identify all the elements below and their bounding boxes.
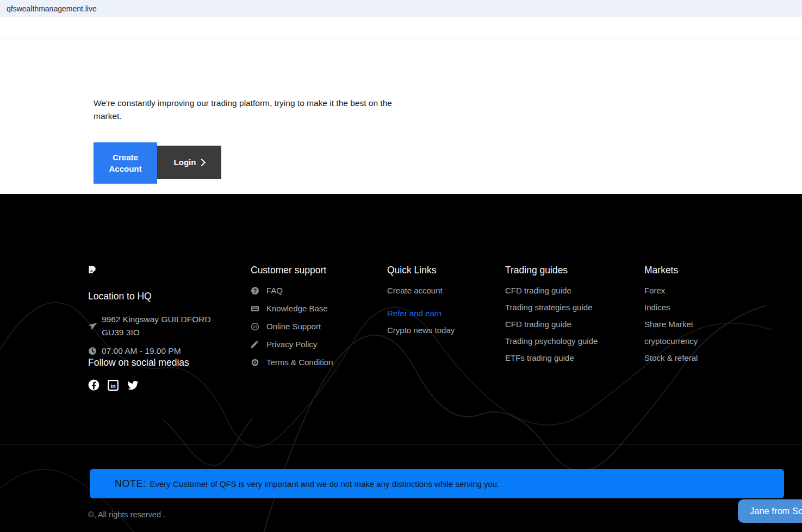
- footer-link-row[interactable]: Knowledge Base: [251, 304, 376, 313]
- target-icon: [251, 358, 259, 367]
- address-text: 9962 Kingsway GUILDFORD GU39 3IO: [102, 313, 217, 339]
- footer-link[interactable]: ETFs trading guide: [505, 354, 630, 362]
- question-circle-icon: ?: [251, 286, 259, 295]
- footer-divider: [0, 445, 802, 445]
- footer-link[interactable]: Indices: [644, 303, 753, 312]
- footer-link[interactable]: Trading psychology guide: [505, 337, 630, 346]
- column-heading: Quick Links: [387, 265, 496, 275]
- note-text: Every Customer of QFS is very important …: [150, 479, 500, 489]
- footer-location-column: Location to HQ 9962 Kingsway GUILDFORD G…: [88, 265, 251, 391]
- svg-text:24: 24: [253, 325, 257, 328]
- footer-link[interactable]: FAQ: [266, 286, 283, 295]
- footer-link[interactable]: Share Market: [644, 320, 753, 329]
- top-navbar: [0, 17, 802, 40]
- twitter-icon[interactable]: [127, 380, 139, 391]
- column-heading: Markets: [644, 265, 753, 275]
- note-prefix: NOTE:: [115, 478, 146, 490]
- hero-paragraph: We're constantly improving our trading p…: [94, 97, 408, 123]
- knowledge-base-icon: [251, 304, 259, 313]
- online-support-icon: 24: [251, 322, 259, 331]
- column-heading: Customer support: [251, 265, 376, 275]
- chat-agent-label: Jane from Sou: [750, 506, 802, 516]
- location-heading: Location to HQ: [88, 291, 251, 301]
- footer: Location to HQ 9962 Kingsway GUILDFORD G…: [0, 194, 802, 532]
- copyright-text: ©, All rights reserved .: [88, 510, 165, 519]
- footer-link[interactable]: Knowledge Base: [266, 304, 328, 313]
- address-row: 9962 Kingsway GUILDFORD GU39 3IO: [88, 313, 251, 339]
- note-banner: NOTE: Every Customer of QFS is very impo…: [90, 469, 784, 498]
- footer-quicklinks-column: Quick Links Create account Refer and ear…: [387, 265, 496, 343]
- svg-text:in: in: [110, 382, 115, 389]
- clock-icon: [88, 347, 97, 355]
- browser-address-bar[interactable]: qfswealthmanagement.live: [0, 0, 802, 17]
- social-icons-row: in: [88, 379, 251, 391]
- footer-link[interactable]: Online Support: [266, 322, 321, 331]
- footer-link[interactable]: Create account: [387, 286, 496, 295]
- footer-link[interactable]: CFD trading guide: [505, 320, 630, 329]
- footer-support-column: Customer support ? FAQ Knowledge Base 24…: [251, 265, 376, 376]
- footer-link-row[interactable]: Privacy Policy: [251, 340, 376, 349]
- url-text: qfswealthmanagement.live: [7, 4, 97, 13]
- footer-link-row[interactable]: 24 Online Support: [251, 322, 376, 331]
- facebook-icon[interactable]: [88, 379, 100, 391]
- footer-link[interactable]: Privacy Policy: [266, 340, 317, 349]
- login-button[interactable]: Login: [157, 146, 221, 179]
- chevron-right-icon: [198, 159, 206, 166]
- create-account-button[interactable]: Create Account: [94, 142, 157, 184]
- footer-guides-column: Trading guides CFD trading guide Trading…: [505, 265, 630, 371]
- footer-link[interactable]: Trading strategies guide: [505, 303, 630, 312]
- footer-link-refer-and-earn[interactable]: Refer and earn: [387, 309, 496, 318]
- hours-text: 07.00 AM - 19.00 PM: [102, 345, 181, 358]
- footer-link[interactable]: CFD trading guide: [505, 286, 630, 295]
- hero-section: We're constantly improving our trading p…: [0, 40, 802, 194]
- chat-widget[interactable]: Jane from Sou: [738, 499, 802, 523]
- pen-icon: [251, 340, 259, 349]
- social-heading: Follow on social medias: [88, 358, 251, 367]
- svg-text:?: ?: [253, 288, 257, 294]
- login-label: Login: [174, 158, 196, 167]
- footer-link-row[interactable]: ? FAQ: [251, 286, 376, 295]
- footer-link[interactable]: Crypto news today: [387, 326, 496, 335]
- hours-row: 07.00 AM - 19.00 PM: [88, 345, 251, 358]
- broken-image-icon: [88, 265, 97, 274]
- navigation-arrow-icon: [88, 322, 97, 330]
- footer-link[interactable]: cryptocurrency: [644, 337, 753, 346]
- footer-link[interactable]: Forex: [644, 286, 753, 295]
- footer-markets-column: Markets Forex Indices Share Market crypt…: [644, 265, 753, 371]
- column-heading: Trading guides: [505, 265, 630, 275]
- linkedin-icon[interactable]: in: [108, 380, 119, 391]
- footer-link[interactable]: Terms & Condition: [266, 358, 333, 367]
- footer-link-row[interactable]: Terms & Condition: [251, 358, 376, 367]
- footer-link[interactable]: Stock & referal: [644, 354, 753, 362]
